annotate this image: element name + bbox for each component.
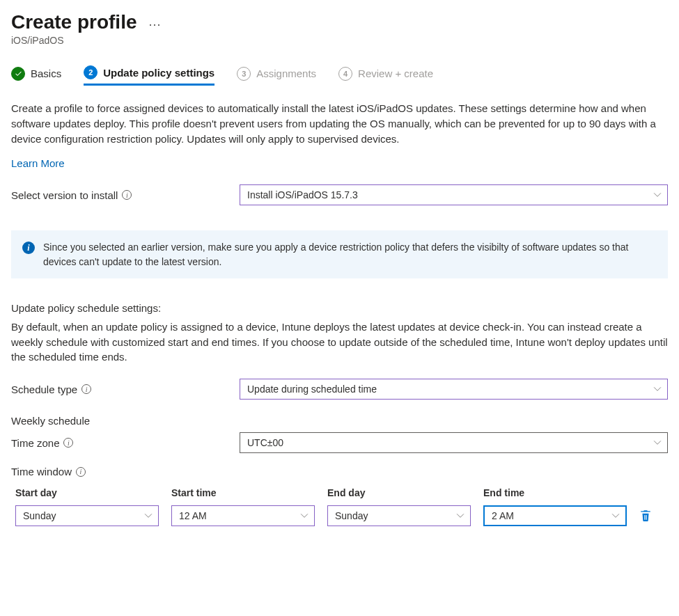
page-title: Create profile: [11, 11, 137, 33]
wizard-tabs: Basics 2 Update policy settings 3 Assign…: [11, 65, 668, 86]
schedule-type-dropdown[interactable]: Update during scheduled time: [240, 379, 668, 400]
end-time-value: 2 AM: [492, 510, 514, 521]
col-end-time: End time: [483, 487, 627, 498]
tab-label: Basics: [31, 68, 61, 79]
weekly-schedule-heading: Weekly schedule: [11, 415, 668, 427]
tab-label: Update policy settings: [103, 67, 214, 79]
learn-more-link[interactable]: Learn More: [11, 157, 65, 169]
schedule-settings-heading: Update policy schedule settings:: [11, 302, 668, 314]
info-banner: i Since you selected an earlier version,…: [11, 230, 668, 278]
step-number-icon: 2: [84, 65, 97, 79]
end-day-dropdown[interactable]: Sunday: [327, 505, 471, 526]
step-number-icon: 3: [237, 67, 251, 81]
tab-label: Assignments: [256, 68, 316, 79]
info-icon: i: [22, 242, 35, 254]
tab-review-create[interactable]: 4 Review + create: [338, 67, 433, 85]
col-start-time: Start time: [171, 487, 315, 498]
info-icon[interactable]: i: [122, 190, 132, 200]
more-options-button[interactable]: ⋯: [148, 13, 162, 32]
info-icon[interactable]: i: [63, 438, 73, 448]
select-version-label: Select version to install: [11, 189, 118, 201]
select-version-value: Install iOS/iPadOS 15.7.3: [247, 189, 358, 200]
end-day-value: Sunday: [335, 510, 368, 521]
time-window-header-row: Start day Start time End day End time: [11, 487, 668, 498]
time-zone-value: UTC±00: [247, 437, 283, 448]
time-window-label: Time window: [11, 466, 72, 477]
tab-update-policy-settings[interactable]: 2 Update policy settings: [84, 65, 214, 86]
delete-row-button[interactable]: [639, 510, 652, 522]
info-icon[interactable]: i: [76, 467, 86, 477]
start-day-dropdown[interactable]: Sunday: [15, 505, 159, 526]
chevron-down-icon: [653, 439, 662, 447]
start-day-value: Sunday: [23, 510, 56, 521]
chevron-down-icon: [300, 512, 309, 520]
chevron-down-icon: [653, 385, 662, 393]
time-zone-dropdown[interactable]: UTC±00: [240, 432, 668, 453]
step-number-icon: 4: [338, 67, 352, 81]
info-banner-text: Since you selected an earlier version, m…: [43, 240, 657, 269]
col-start-day: Start day: [15, 487, 159, 498]
tab-assignments[interactable]: 3 Assignments: [237, 67, 316, 85]
time-window-row: Sunday 12 AM Sunday 2 AM: [11, 505, 668, 526]
schedule-settings-description: By default, when an update policy is ass…: [11, 319, 668, 365]
page-subtitle: iOS/iPadOS: [11, 35, 668, 46]
check-icon: [11, 67, 25, 81]
start-time-dropdown[interactable]: 12 AM: [171, 505, 315, 526]
start-time-value: 12 AM: [179, 510, 207, 521]
chevron-down-icon: [653, 191, 662, 199]
select-version-dropdown[interactable]: Install iOS/iPadOS 15.7.3: [240, 184, 668, 205]
schedule-type-value: Update during scheduled time: [247, 384, 377, 395]
tab-label: Review + create: [358, 68, 433, 79]
chevron-down-icon: [611, 512, 620, 520]
info-icon[interactable]: i: [81, 384, 91, 394]
schedule-type-label: Schedule type: [11, 384, 77, 395]
time-zone-label: Time zone: [11, 437, 59, 449]
trash-icon: [639, 510, 652, 522]
chevron-down-icon: [456, 512, 465, 520]
end-time-dropdown[interactable]: 2 AM: [483, 505, 627, 526]
intro-description: Create a profile to force assigned devic…: [11, 101, 668, 146]
chevron-down-icon: [144, 512, 153, 520]
col-end-day: End day: [327, 487, 471, 498]
tab-basics[interactable]: Basics: [11, 67, 61, 85]
